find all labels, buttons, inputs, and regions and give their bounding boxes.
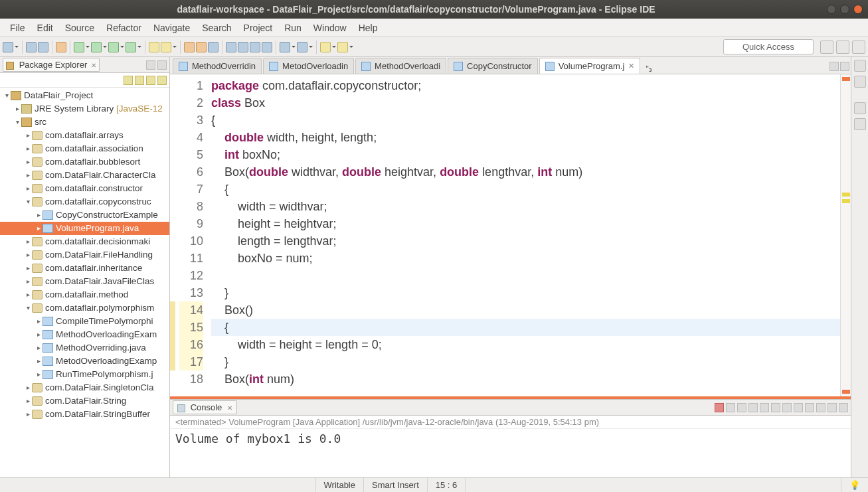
editor-tab[interactable]: MethodOverridin <box>173 58 262 74</box>
code-line[interactable] <box>211 267 840 284</box>
annotation-prev-icon[interactable] <box>280 42 290 52</box>
code-line[interactable]: Box(double widthvar, double heightvar, d… <box>211 163 840 181</box>
tree-item[interactable]: ▸MethodOverriding.java <box>0 341 169 355</box>
menu-help[interactable]: Help <box>353 20 384 36</box>
toggle-block-icon[interactable] <box>250 42 260 52</box>
tree-item[interactable]: ▸com.DataFlair.JavaFileClas <box>0 275 169 288</box>
minimize-view-icon[interactable] <box>827 403 837 412</box>
tree-item[interactable]: ▸com.dataflair.method <box>0 288 169 301</box>
pin-console-icon[interactable] <box>782 403 792 412</box>
tree-item[interactable]: ▸com.DataFlair.CharacterCla <box>0 169 169 182</box>
new-icon[interactable] <box>3 42 13 52</box>
clear-console-icon[interactable] <box>748 403 758 412</box>
dropdown-icon[interactable] <box>137 42 141 52</box>
ruler-marker[interactable] <box>842 390 850 394</box>
outline-view-icon[interactable] <box>854 76 866 88</box>
open-task-icon[interactable] <box>196 42 207 52</box>
dropdown-icon[interactable] <box>103 42 107 52</box>
restore-icon[interactable] <box>854 102 866 114</box>
code-line[interactable]: width = height = length = 0; <box>211 336 840 353</box>
code-line[interactable]: boxNo = num; <box>211 250 840 267</box>
console-tab[interactable]: Console ✕ <box>173 400 237 414</box>
tree-item[interactable]: ▸RunTimePolymorphism.j <box>0 368 169 381</box>
debug-perspective-button[interactable] <box>852 41 865 54</box>
code-line[interactable]: width = widthvar; <box>211 198 840 215</box>
word-wrap-icon[interactable] <box>771 403 780 412</box>
menu-search[interactable]: Search <box>196 20 237 36</box>
close-button[interactable] <box>853 5 863 14</box>
quick-access-input[interactable]: Quick Access <box>723 39 814 54</box>
minimize-button[interactable] <box>827 5 836 14</box>
menu-run[interactable]: Run <box>278 20 307 36</box>
tree-item[interactable]: ▾src <box>0 116 169 129</box>
build-icon[interactable] <box>56 42 66 52</box>
menu-window[interactable]: Window <box>307 20 353 36</box>
tree-item[interactable]: ▸CompileTimePolymorphi <box>0 315 169 328</box>
menu-refactor[interactable]: Refactor <box>100 20 147 36</box>
maximize-button[interactable] <box>840 5 849 14</box>
save-all-icon[interactable] <box>38 42 48 52</box>
maximize-view-icon[interactable] <box>840 62 849 71</box>
code-line[interactable]: Box() <box>211 301 840 319</box>
editor-tab[interactable]: VolumeProgram.j✕ <box>539 58 641 74</box>
coverage-icon[interactable] <box>108 42 119 52</box>
view-tab-package-explorer[interactable]: Package Explorer ✕ <box>3 58 100 72</box>
code-line[interactable]: class Box <box>211 94 840 112</box>
debug-icon[interactable] <box>74 42 84 52</box>
code-line[interactable]: } <box>211 284 840 301</box>
tabs-overflow[interactable]: "₃ <box>642 64 655 74</box>
tree-item[interactable]: ▾com.dataflair.copyconstruc <box>0 195 169 208</box>
dropdown-icon[interactable] <box>173 42 177 52</box>
tree-item[interactable]: ▸com.DataFlair.SingletonCla <box>0 381 169 394</box>
open-perspective-button[interactable] <box>820 41 833 54</box>
restore-icon[interactable] <box>854 60 866 72</box>
display-console-icon[interactable] <box>794 403 803 412</box>
tree-item[interactable]: ▸com.dataflair.decisionmaki <box>0 235 169 248</box>
editor-tab[interactable]: MethodOverloadi <box>355 58 446 74</box>
close-icon[interactable]: ✕ <box>227 404 232 412</box>
annotation-next-icon[interactable] <box>297 42 307 52</box>
new-package-icon[interactable] <box>149 42 159 52</box>
editor-tab[interactable]: CopyConstructor <box>448 58 538 74</box>
tree-item[interactable]: ▸com.DataFlair.StringBuffer <box>0 408 169 421</box>
tree-item[interactable]: ▸VolumeProgram.java <box>0 222 169 235</box>
tree-item[interactable]: ▾com.dataflair.polymorphism <box>0 301 169 315</box>
overview-ruler[interactable] <box>840 74 851 396</box>
code-line[interactable]: { <box>211 112 840 129</box>
tree-item[interactable]: ▸JRE System Library [JavaSE-12 <box>0 102 169 116</box>
tree-item[interactable]: ▸com.dataflair.association <box>0 142 169 155</box>
dropdown-icon[interactable] <box>332 42 336 52</box>
ruler-marker[interactable] <box>842 193 850 197</box>
dropdown-icon[interactable] <box>86 42 90 52</box>
back-icon[interactable] <box>320 42 331 52</box>
dropdown-icon[interactable] <box>349 42 353 52</box>
code-line[interactable]: height = heightvar; <box>211 215 840 232</box>
package-tree[interactable]: ▾DataFlair_Project▸JRE System Library [J… <box>0 88 169 477</box>
tree-item[interactable]: ▸com.dataflair.arrays <box>0 129 169 142</box>
dropdown-icon[interactable] <box>120 42 124 52</box>
new-console-icon[interactable] <box>816 403 825 412</box>
code-line[interactable]: { <box>211 181 840 198</box>
tree-item[interactable]: ▸CopyConstructorExample <box>0 208 169 222</box>
menu-file[interactable]: File <box>4 20 31 36</box>
code-line[interactable]: length = lengthvar; <box>211 232 840 250</box>
tree-item[interactable]: ▸com.dataflair.inheritance <box>0 262 169 275</box>
code-line[interactable]: } <box>211 353 840 370</box>
menu-edit[interactable]: Edit <box>31 20 59 36</box>
external-tools-icon[interactable] <box>126 42 136 52</box>
tree-item[interactable]: ▸com.DataFlair.FileHandling <box>0 248 169 262</box>
tree-item[interactable]: ▾DataFlair_Project <box>0 89 169 102</box>
code-line[interactable]: double width, height, length; <box>211 129 840 146</box>
code-editor[interactable]: package com.dataflair.copyconstructor;cl… <box>209 74 840 396</box>
tree-item[interactable]: ▸com.dataflair.constructor <box>0 182 169 195</box>
scroll-lock-icon[interactable] <box>760 403 769 412</box>
menu-navigate[interactable]: Navigate <box>147 20 196 36</box>
code-line[interactable]: { <box>211 319 840 336</box>
tree-item[interactable]: ▸com.dataflair.bubblesort <box>0 155 169 169</box>
view-menu-icon[interactable] <box>157 76 167 85</box>
open-type-icon[interactable] <box>184 42 195 52</box>
ruler-marker[interactable] <box>842 77 850 81</box>
link-editor-icon[interactable] <box>135 76 144 85</box>
java-perspective-button[interactable] <box>836 41 849 54</box>
show-whitespace-icon[interactable] <box>262 42 272 52</box>
